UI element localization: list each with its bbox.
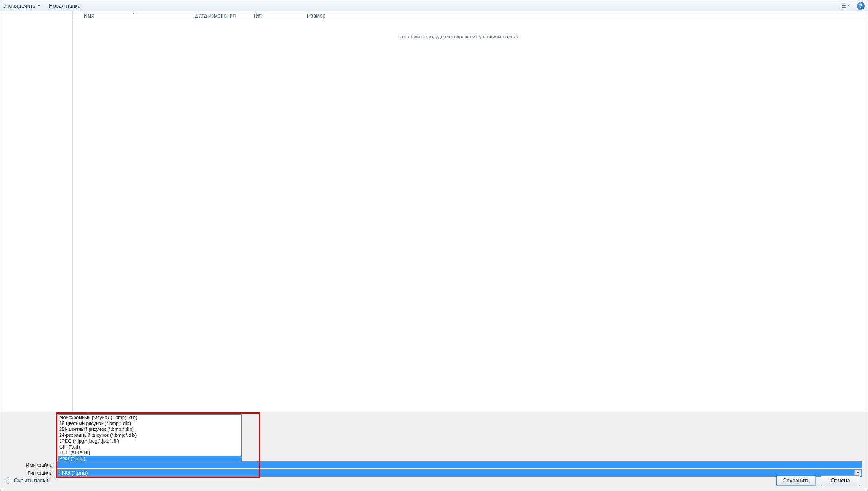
organize-label: Упорядочить (3, 3, 35, 9)
action-row: ˄ Скрыть папки Сохранить Отмена (0, 471, 868, 491)
column-header-type[interactable]: Тип (248, 13, 302, 19)
file-list-body[interactable]: Нет элементов, удовлетворяющих условиям … (73, 20, 868, 412)
fields-area: Монохромный рисунок (*.bmp;*.dib)16-цвет… (0, 412, 868, 471)
file-list-pane: Имя ▲ Дата изменения Тип Размер Нет элем… (73, 11, 868, 412)
caret-down-icon: ▼ (847, 4, 850, 7)
column-header-modified[interactable]: Дата изменения (190, 13, 248, 19)
save-button-label: Сохранить (783, 477, 810, 484)
filetype-option[interactable]: 16-цветный рисунок (*.bmp;*.dib) (58, 421, 241, 426)
chevron-up-icon: ˄ (5, 477, 11, 484)
column-type-label: Тип (253, 13, 262, 19)
caret-down-icon: ▼ (37, 4, 41, 8)
help-icon: ? (859, 3, 862, 9)
filetype-option[interactable]: 256-цветный рисунок (*.bmp;*.dib) (58, 426, 241, 432)
list-view-icon: ☰ (841, 3, 846, 9)
sort-ascending-icon: ▲ (132, 11, 135, 15)
bottom-panel: Монохромный рисунок (*.bmp;*.dib)16-цвет… (0, 412, 868, 491)
view-options-button[interactable]: ☰ ▼ (838, 2, 854, 10)
filetype-option[interactable]: JPEG (*.jpg;*.jpeg;*.jpe;*.jfif) (58, 438, 241, 444)
hide-folders-label: Скрыть папки (14, 477, 48, 484)
column-header-size[interactable]: Размер (302, 13, 348, 19)
help-button[interactable]: ? (857, 2, 865, 10)
filetype-option[interactable]: PNG (*.png) (58, 456, 241, 462)
column-modified-label: Дата изменения (195, 13, 236, 19)
organize-button[interactable]: Упорядочить ▼ (3, 3, 41, 9)
filetype-option[interactable]: TIFF (*.tif;*.tiff) (58, 450, 241, 456)
filename-label: Имя файла: (0, 462, 57, 468)
navigation-pane[interactable] (0, 11, 73, 412)
column-header-name[interactable]: Имя ▲ (73, 13, 190, 19)
filetype-option[interactable]: Монохромный рисунок (*.bmp;*.dib) (58, 415, 241, 421)
new-folder-button[interactable]: Новая папка (49, 3, 80, 9)
main-area: Имя ▲ Дата изменения Тип Размер Нет элем… (0, 11, 868, 412)
filetype-option[interactable]: 24-разрядный рисунок (*.bmp;*.dib) (58, 432, 241, 438)
column-headers: Имя ▲ Дата изменения Тип Размер (73, 11, 868, 20)
hide-folders-button[interactable]: ˄ Скрыть папки (5, 477, 48, 484)
cancel-button[interactable]: Отмена (821, 475, 860, 486)
save-button[interactable]: Сохранить (776, 475, 816, 486)
new-folder-label: Новая папка (49, 3, 80, 9)
column-size-label: Размер (307, 13, 326, 19)
column-name-label: Имя (84, 13, 94, 19)
empty-search-message: Нет элементов, удовлетворяющих условиям … (398, 34, 520, 39)
filetype-dropdown-list[interactable]: Монохромный рисунок (*.bmp;*.dib)16-цвет… (58, 414, 242, 462)
save-dialog: Упорядочить ▼ Новая папка ☰ ▼ ? Имя ▲ (0, 0, 868, 491)
toolbar: Упорядочить ▼ Новая папка ☰ ▼ ? (0, 0, 868, 11)
filetype-option[interactable]: GIF (*.gif) (58, 444, 241, 450)
cancel-button-label: Отмена (830, 477, 850, 484)
